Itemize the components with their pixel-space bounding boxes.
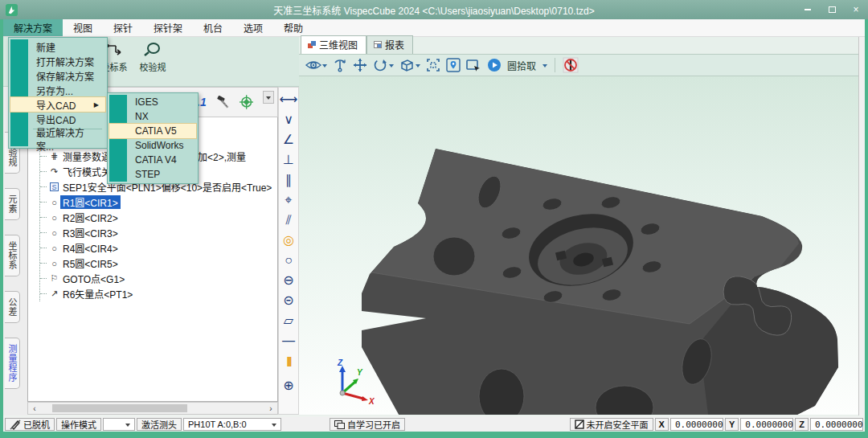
submenu-item-solidworks[interactable]: SolidWorks xyxy=(109,138,196,153)
scroll-right-arrow[interactable]: › xyxy=(264,404,277,413)
probe-disabled-icon xyxy=(563,57,579,73)
tab-tolerance[interactable]: 公差 xyxy=(5,291,20,323)
rotate-view-button[interactable] xyxy=(373,58,394,72)
submenu-item-catia-v5[interactable]: CATIA V5 xyxy=(109,124,196,138)
tab-measure-program[interactable]: 测量程序 xyxy=(5,338,20,389)
menu-probe[interactable]: 探针 xyxy=(103,19,143,36)
chevron-down-icon[interactable] xyxy=(542,64,547,70)
menu-item-new[interactable]: 新建 xyxy=(10,39,105,54)
operation-mode-select[interactable] xyxy=(103,418,135,431)
view-panel: 三维视图 报表 xyxy=(299,37,858,415)
flatness-icon[interactable]: ▱ xyxy=(279,310,298,330)
tree-item-circle-r5[interactable]: ○ R5圆<CIR5> xyxy=(40,256,277,271)
tab-elements[interactable]: 元素 xyxy=(5,188,20,220)
tab-3d-view[interactable]: 三维视图 xyxy=(301,35,366,54)
angularity-icon[interactable]: ⫽ xyxy=(279,210,298,230)
tree-item-circle-r4[interactable]: ○ R4圆<CIR4> xyxy=(40,240,277,256)
axis-x-label: X xyxy=(368,397,375,406)
scrollbar-thumb[interactable] xyxy=(52,404,187,412)
tree-item-vector-point[interactable]: ↗ R6矢量点<PT1> xyxy=(40,286,277,301)
tree-item-goto[interactable]: ⚐ GOTO点<G1> xyxy=(40,271,277,286)
orbit-button[interactable] xyxy=(333,58,347,72)
tree-item-circle-r3[interactable]: ○ R3圆<CIR3> xyxy=(40,225,277,240)
zoom-fit-button[interactable] xyxy=(426,58,440,72)
menu-solution[interactable]: 解决方案 xyxy=(3,19,63,36)
symmetry-icon[interactable]: ⊖ xyxy=(279,270,298,290)
window-select-icon xyxy=(466,59,481,72)
angle-between-icon[interactable]: ∠ xyxy=(279,129,298,149)
fly-mode-icon: ↷ xyxy=(48,166,60,177)
solution-menu-dropdown: 新建 打开解决方案 保存解决方案 另存为... 导入CAD ▶ 导出CAD 最近… xyxy=(8,37,108,149)
submenu-item-step[interactable]: STEP xyxy=(109,167,196,182)
scroll-left-arrow[interactable]: ‹ xyxy=(28,404,41,413)
window-border-bottom xyxy=(0,432,868,438)
view-cube-button[interactable] xyxy=(399,58,420,72)
menu-options[interactable]: 选项 xyxy=(233,19,273,36)
menu-item-import-cad[interactable]: 导入CAD ▶ xyxy=(10,97,105,112)
viewport-3d[interactable]: Z Y X xyxy=(299,76,858,415)
report-icon xyxy=(374,41,382,48)
pick-mode-label[interactable]: 圆拾取 xyxy=(507,59,536,72)
tab-report[interactable]: 报表 xyxy=(366,35,413,54)
play-icon xyxy=(487,58,502,72)
true-position-icon[interactable]: ⊕ xyxy=(279,375,298,395)
datum-target-icon[interactable] xyxy=(240,95,253,109)
perpendicularity-icon[interactable]: ⊥ xyxy=(279,149,298,170)
maximize-button[interactable] xyxy=(820,0,844,19)
menu-item-export-cad[interactable]: 导出CAD xyxy=(10,112,105,126)
self-learn-button[interactable]: 自学习已开启 xyxy=(330,418,405,431)
minimize-button[interactable] xyxy=(796,0,820,19)
pan-button[interactable] xyxy=(353,58,367,72)
menu-probe-rack[interactable]: 探针架 xyxy=(143,19,193,36)
x-axis-label: X xyxy=(655,418,669,431)
parallelism-icon[interactable]: ∥ xyxy=(279,170,298,190)
straightness-icon[interactable]: — xyxy=(279,330,298,350)
menu-item-save-as[interactable]: 另存为... xyxy=(10,83,105,97)
parallel-lines-icon[interactable]: ||| xyxy=(279,350,298,370)
gauge-check-button[interactable]: 校验规 xyxy=(137,42,169,86)
circle-icon: ○ xyxy=(48,213,60,223)
menu-item-open-solution[interactable]: 打开解决方案 xyxy=(10,54,105,68)
rotate-view-icon xyxy=(373,58,388,72)
z-axis-label: Z xyxy=(795,418,809,431)
tab-coordinate-system[interactable]: 坐标系 xyxy=(5,235,20,276)
active-probe-select[interactable]: PH10T A:0,B:0 xyxy=(183,418,281,431)
menu-item-save-solution[interactable]: 保存解决方案 xyxy=(10,68,105,83)
chevron-down-icon xyxy=(125,424,130,429)
probe-display-toggle[interactable] xyxy=(563,57,579,73)
distance-icon[interactable]: ⟷ xyxy=(279,89,298,109)
tree-item-circle-r2[interactable]: ○ R2圆<CIR2> xyxy=(40,210,277,225)
tree-item-circle-r1[interactable]: ○ R1圆<CIR1> xyxy=(40,194,277,210)
gdt-toolbar: ⟷ ∨ ∠ ⊥ ∥ ⌖ ⫽ ◎ ○ ⊖ ⊝ ▱ — ||| ⊕ xyxy=(278,87,299,415)
window-select-button[interactable] xyxy=(466,59,481,72)
toolbar-overflow-button[interactable] xyxy=(263,91,274,104)
pick-mode-button[interactable] xyxy=(487,58,502,72)
submenu-item-iges[interactable]: IGES xyxy=(109,95,196,109)
hammer-icon[interactable] xyxy=(216,95,230,109)
close-button[interactable]: × xyxy=(844,0,868,19)
concentricity-icon[interactable]: ◎ xyxy=(279,230,298,250)
view-tab-bar: 三维视图 报表 xyxy=(299,37,858,55)
position-icon[interactable]: ⌖ xyxy=(279,190,298,210)
tree-hscrollbar[interactable]: ‹ › xyxy=(27,402,278,415)
machine-status: 已脱机 xyxy=(5,418,55,431)
tab-report-label: 报表 xyxy=(385,38,404,51)
submenu-item-catia-v4[interactable]: CATIA V4 xyxy=(109,153,196,167)
runout-icon[interactable]: ⊝ xyxy=(279,290,298,310)
tree-item-label: R6矢量点<PT1> xyxy=(60,287,135,301)
status-bar: 已脱机 操作模式 激活测头 PH10T A:0,B:0 自学习已开启 xyxy=(3,417,865,432)
view-visibility-button[interactable] xyxy=(305,59,327,71)
submenu-arrow-icon: ▶ xyxy=(94,101,99,108)
menu-machine[interactable]: 机台 xyxy=(193,19,233,36)
menu-item-recent-solutions[interactable]: 最近解决方案... xyxy=(10,132,105,146)
cad-part-model[interactable] xyxy=(299,76,858,415)
menu-view[interactable]: 视图 xyxy=(63,19,103,36)
locate-button[interactable] xyxy=(446,58,461,72)
submenu-item-nx[interactable]: NX xyxy=(109,109,196,124)
menu-help[interactable]: 帮助 xyxy=(273,19,313,36)
axis-triad: Z Y X xyxy=(325,356,375,406)
roundness-icon[interactable]: ○ xyxy=(279,250,298,270)
chevron-down-icon xyxy=(272,424,276,429)
angle-icon[interactable]: ∨ xyxy=(279,109,298,129)
axis-z-label: Z xyxy=(337,358,343,367)
